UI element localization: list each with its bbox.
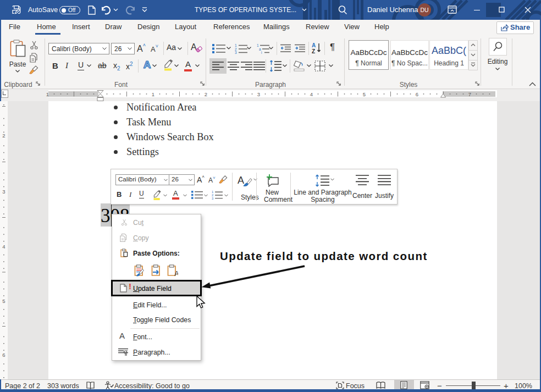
svg-text:Z: Z [312,48,315,54]
svg-text:A: A [174,269,178,278]
svg-text:1: 1 [46,91,49,97]
svg-text:6: 6 [416,91,418,97]
svg-text:3: 3 [257,91,260,97]
svg-text:4: 4 [310,91,313,97]
svg-text:3: 3 [2,189,5,195]
svg-text:5: 5 [363,91,366,97]
svg-text:3: 3 [235,51,237,54]
svg-text:5: 5 [2,298,5,304]
svg-text:6: 6 [2,352,5,358]
svg-text:A: A [143,59,151,70]
svg-text:4: 4 [2,244,5,250]
svg-text:7: 7 [468,91,471,97]
svg-text:3: 3 [212,197,213,200]
svg-text:A: A [312,42,316,48]
svg-text:1: 1 [152,91,154,97]
svg-text:i: i [261,51,262,54]
svg-text:2: 2 [2,132,5,139]
svg-text:2: 2 [205,91,207,97]
